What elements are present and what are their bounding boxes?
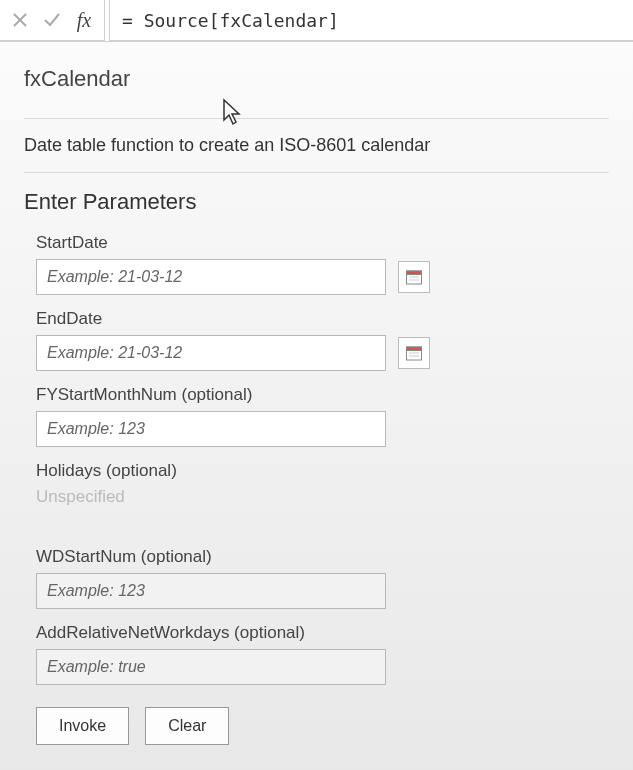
calendar-icon bbox=[405, 268, 423, 286]
param-label: EndDate bbox=[36, 309, 609, 329]
param-wd-start-num: WDStartNum (optional) bbox=[36, 547, 609, 609]
formula-controls: fx bbox=[0, 0, 105, 41]
param-fy-start-month: FYStartMonthNum (optional) bbox=[36, 385, 609, 447]
param-label: Holidays (optional) bbox=[36, 461, 609, 481]
start-date-picker-button[interactable] bbox=[398, 261, 430, 293]
content-area: fxCalendar Date table function to create… bbox=[0, 42, 633, 755]
cancel-formula-button[interactable] bbox=[4, 0, 36, 40]
check-icon bbox=[43, 11, 61, 29]
function-description: Date table function to create an ISO-860… bbox=[24, 135, 609, 156]
divider bbox=[24, 172, 609, 173]
formula-bar: fx = Source[fxCalendar] bbox=[0, 0, 633, 42]
calendar-icon bbox=[405, 344, 423, 362]
end-date-picker-button[interactable] bbox=[398, 337, 430, 369]
fx-icon: fx bbox=[77, 9, 91, 32]
param-label: StartDate bbox=[36, 233, 609, 253]
input-row bbox=[36, 259, 609, 295]
confirm-formula-button[interactable] bbox=[36, 0, 68, 40]
param-add-rel-workdays: AddRelativeNetWorkdays (optional) bbox=[36, 623, 609, 685]
param-end-date: EndDate bbox=[36, 309, 609, 371]
divider bbox=[24, 118, 609, 119]
function-name: fxCalendar bbox=[24, 66, 609, 92]
param-label: AddRelativeNetWorkdays (optional) bbox=[36, 623, 609, 643]
close-icon bbox=[12, 12, 28, 28]
fy-start-month-input[interactable] bbox=[36, 411, 386, 447]
parameters-panel: StartDate EndDate bbox=[24, 233, 609, 745]
invoke-button[interactable]: Invoke bbox=[36, 707, 129, 745]
param-label: WDStartNum (optional) bbox=[36, 547, 609, 567]
holidays-unspecified: Unspecified bbox=[36, 487, 609, 507]
enter-parameters-title: Enter Parameters bbox=[24, 189, 609, 215]
svg-rect-1 bbox=[407, 271, 422, 275]
add-rel-workdays-input[interactable] bbox=[36, 649, 386, 685]
start-date-input[interactable] bbox=[36, 259, 386, 295]
formula-input[interactable]: = Source[fxCalendar] bbox=[109, 0, 633, 41]
param-start-date: StartDate bbox=[36, 233, 609, 295]
param-holidays: Holidays (optional) Unspecified bbox=[36, 461, 609, 507]
param-label: FYStartMonthNum (optional) bbox=[36, 385, 609, 405]
svg-rect-5 bbox=[407, 347, 422, 351]
end-date-input[interactable] bbox=[36, 335, 386, 371]
clear-button[interactable]: Clear bbox=[145, 707, 229, 745]
fx-label: fx bbox=[68, 0, 100, 40]
input-row bbox=[36, 335, 609, 371]
wd-start-num-input[interactable] bbox=[36, 573, 386, 609]
button-row: Invoke Clear bbox=[36, 707, 609, 745]
